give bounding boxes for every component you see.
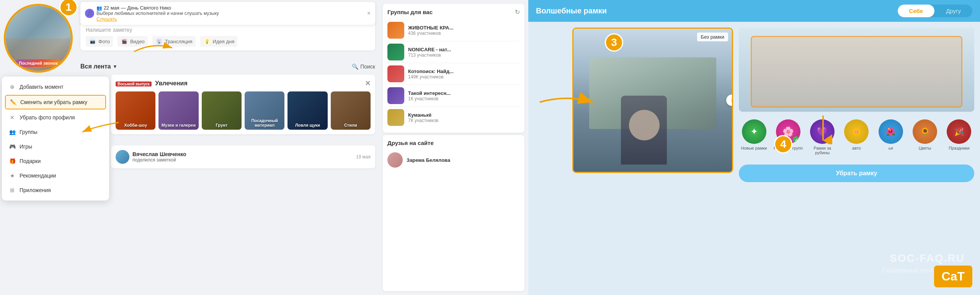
group-members-1: 713 участников xyxy=(408,52,451,58)
frame-option-6[interactable]: 🎉 Праздники xyxy=(944,119,974,155)
frame-option-4[interactable]: 🌺 ья xyxy=(875,119,906,155)
group-info-0: ЖИВОТНЫЕ КРА... 436 участников xyxy=(408,25,453,36)
post-action: поделился заметкой xyxy=(132,157,186,163)
group-members-0: 436 участников xyxy=(408,31,453,36)
post-item: Вячеслав Шевченко поделился заметкой 19 … xyxy=(111,145,375,168)
menu-apps[interactable]: ⊞ Приложения xyxy=(2,183,109,197)
group-item-1[interactable]: NONICARE - нат... 713 участников xyxy=(387,41,520,63)
tag-badge: Восьмой выпуск xyxy=(116,81,152,86)
group-members-3: 1К участников xyxy=(408,96,451,101)
discovery-grid: Хобби-шоу Музеи и галереи Грунт Посадочн… xyxy=(116,91,371,130)
discovery-card-2[interactable]: Грунт xyxy=(202,91,242,130)
friends-header: Друзья на сайте xyxy=(387,140,520,146)
groups-icon: 👥 xyxy=(9,129,16,135)
menu-change-frame[interactable]: ✏️ Сменить или убрать рамку xyxy=(5,95,106,109)
friends-title: Друзья на сайте xyxy=(387,140,434,146)
step-badge-3: 3 xyxy=(605,33,623,52)
groups-header: Группы для вас ↻ xyxy=(387,8,520,16)
notification-date: 👥 22 мая — День Святого Нико xyxy=(96,5,219,11)
remove-icon: ✕ xyxy=(9,114,16,121)
notification-link[interactable]: Слушать xyxy=(96,16,219,22)
write-actions: 📷 Фото 🎬 Видео 📡 Трансляция 💡 Идея дня xyxy=(86,36,370,47)
post-author-name[interactable]: Вячеслав Шевченко xyxy=(132,151,186,157)
group-name-4: Куманькё xyxy=(408,112,438,118)
tab-drugu[interactable]: Другу xyxy=(934,5,972,17)
notification-text: Выбери любимых исполнителей и начни слуш… xyxy=(96,11,219,16)
discovery-section: Восьмой выпуск Увлечения ✕ Хобби-шоу Муз… xyxy=(111,75,375,134)
group-avatar-3 xyxy=(387,87,404,104)
search-button[interactable]: 🔍 Поиск xyxy=(352,64,375,70)
group-item-3[interactable]: Такой интересн... 1К участников xyxy=(387,85,520,107)
friend-avatar-0 xyxy=(387,152,403,168)
menu-games[interactable]: 🎮 Игры xyxy=(2,139,109,154)
step-badge-4: 4 xyxy=(774,135,792,153)
frame-icon: ✏️ xyxy=(10,99,16,106)
frames-tabs: Себе Другу xyxy=(898,5,972,17)
group-item-2[interactable]: Котопоиск: Найд... 149К участников xyxy=(387,63,520,85)
discovery-card-3[interactable]: Посадочный материал xyxy=(245,91,284,130)
checkmark-badge: ✓ xyxy=(793,136,800,143)
discovery-close[interactable]: ✕ xyxy=(365,79,371,88)
avatar-badge: Последний звонок xyxy=(16,59,60,67)
write-area: Напишите заметку 📷 Фото 🎬 Видео 📡 Трансл… xyxy=(80,23,375,51)
frame-label-0: Новые рамки xyxy=(741,146,767,150)
idea-button[interactable]: 💡 Идея дня xyxy=(200,36,238,47)
remove-frame-button[interactable]: Убрать рамку xyxy=(739,165,974,182)
apps-icon: ⊞ xyxy=(9,187,16,194)
frame-option-3[interactable]: 🌼 авто xyxy=(841,119,872,155)
tab-sebe[interactable]: Себе xyxy=(898,5,935,17)
post-date: 19 мая xyxy=(356,154,371,160)
group-info-1: NONICARE - нат... 713 участников xyxy=(408,47,451,58)
gifts-icon: 🎁 xyxy=(9,158,16,165)
chevron-down-icon: ▼ xyxy=(113,64,117,69)
photo-button[interactable]: 📷 Фото xyxy=(86,36,113,47)
group-avatar-1 xyxy=(387,44,404,60)
right-panel: Волшебные рамки Себе Другу 3 xyxy=(528,0,980,295)
notification-icon: 🎵 xyxy=(85,9,94,18)
watermark-main: SOC-FAQ.RU xyxy=(890,252,965,264)
notification-close[interactable]: × xyxy=(367,10,371,17)
arrow-annotation-2 xyxy=(77,119,122,139)
menu-add-moment[interactable]: ⊕ Добавить момент xyxy=(2,80,109,94)
group-name-2: Котопоиск: Найд... xyxy=(408,68,454,74)
feed-title[interactable]: Вся лента ▼ xyxy=(80,63,117,70)
arrow-down xyxy=(812,114,835,146)
post-header: Вячеслав Шевченко поделился заметкой 19 … xyxy=(116,150,371,164)
friend-item-0[interactable]: Зарема Белялова xyxy=(387,150,520,170)
menu-recommendations[interactable]: ★ Рекомендации xyxy=(2,168,109,183)
frame-options-area: ✦ Новые рамки 🌸 ✓ Рамки от групп 💜 Рамки xyxy=(739,28,974,182)
discovery-title: Восьмой выпуск Увлечения xyxy=(116,80,188,87)
frame-option-5[interactable]: 🌻 Цветы xyxy=(910,119,940,155)
moment-icon: ⊕ xyxy=(9,83,16,90)
discovery-card-5[interactable]: Стили xyxy=(331,91,371,130)
friend-name-0: Зарема Белялова xyxy=(407,157,450,163)
frame-label-2: Рамки за рубины xyxy=(807,146,838,155)
discovery-card-4[interactable]: Ловля щуки xyxy=(287,91,327,130)
group-name-3: Такой интересн... xyxy=(408,90,451,96)
frame-circle-4: 🌺 xyxy=(879,119,903,144)
frame-circle-0: ✦ xyxy=(742,119,766,144)
frame-second-preview xyxy=(739,28,974,112)
frame-option-0[interactable]: ✦ Новые рамки xyxy=(739,119,769,155)
group-item-4[interactable]: Куманькё 7К участников xyxy=(387,107,520,128)
group-name-1: NONICARE - нат... xyxy=(408,47,451,52)
group-avatar-4 xyxy=(387,109,404,126)
recommendations-icon: ★ xyxy=(9,172,16,179)
frame-circle-3: 🌼 xyxy=(844,119,869,144)
group-name-0: ЖИВОТНЫЕ КРА... xyxy=(408,25,453,31)
group-avatar-0 xyxy=(387,22,404,39)
refresh-icon[interactable]: ↻ xyxy=(515,8,520,16)
frame-label-4: ья xyxy=(889,146,893,150)
post-avatar xyxy=(116,150,129,164)
friends-section: Друзья на сайте Зарема Белялова xyxy=(383,135,524,291)
discovery-header: Восьмой выпуск Увлечения ✕ xyxy=(116,79,371,88)
menu-gifts[interactable]: 🎁 Подарки xyxy=(2,154,109,168)
group-item-0[interactable]: ЖИВОТНЫЕ КРА... 436 участников xyxy=(387,20,520,41)
frame-no-label: Без рамки xyxy=(697,33,728,41)
write-placeholder[interactable]: Напишите заметку xyxy=(86,27,370,33)
games-icon: 🎮 xyxy=(9,143,16,150)
group-info-3: Такой интересн... 1К участников xyxy=(408,90,451,101)
notification-bar: 🎵 👥 22 мая — День Святого Нико Выбери лю… xyxy=(80,2,375,25)
discovery-card-1[interactable]: Музеи и галереи xyxy=(158,91,198,130)
post-author-text: Вячеслав Шевченко поделился заметкой xyxy=(132,151,186,163)
